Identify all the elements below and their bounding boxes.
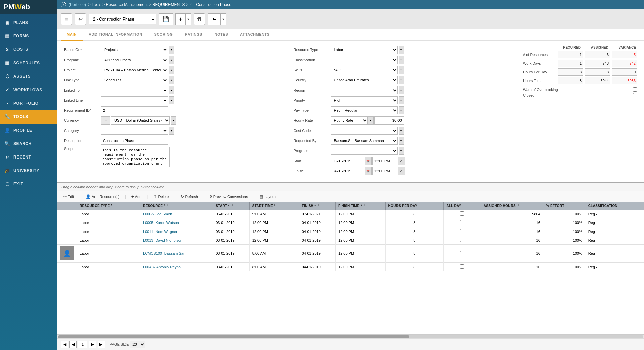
- sidebar-item-profile[interactable]: 👤 Profile: [0, 124, 57, 137]
- currency-dots-button[interactable]: ···: [101, 116, 110, 125]
- start-time-input[interactable]: [372, 157, 397, 165]
- all-day-checkbox[interactable]: [460, 220, 464, 224]
- sidebar-item-plans[interactable]: ◉ Plans: [0, 16, 57, 29]
- phase-select[interactable]: 2 - Construction Phase: [89, 14, 156, 24]
- stats-resources-assigned[interactable]: [585, 51, 610, 58]
- stats-ht-assigned[interactable]: [585, 77, 610, 84]
- pay-type-select[interactable]: Reg – Regular: [331, 106, 398, 114]
- based-on-arrow[interactable]: ▾: [169, 46, 174, 54]
- layouts-button[interactable]: ▦ Layouts: [257, 193, 280, 200]
- link-type-select[interactable]: Schedules: [101, 76, 168, 84]
- stats-hpd-required[interactable]: [558, 68, 583, 76]
- cost-code-arrow[interactable]: ▾: [399, 127, 404, 135]
- based-on-select[interactable]: Projects: [101, 46, 168, 54]
- sidebar-item-portfolio[interactable]: ▪ Portfolio: [0, 97, 57, 110]
- save-button[interactable]: 💾: [159, 13, 173, 25]
- all-day-checkbox[interactable]: [460, 251, 464, 255]
- currency-arrow[interactable]: ▾: [171, 116, 176, 125]
- country-arrow[interactable]: ▾: [399, 76, 404, 84]
- program-select[interactable]: APP and Others: [101, 56, 168, 64]
- col-start-time[interactable]: START TIME * ⋮: [249, 202, 299, 210]
- description-input[interactable]: [101, 137, 168, 145]
- finish-time-input[interactable]: [372, 167, 397, 175]
- sidebar-item-exit[interactable]: ⬡ Exit: [0, 177, 57, 191]
- sidebar-item-costs[interactable]: $ Costs: [0, 43, 57, 56]
- start-clock-icon[interactable]: ⏱: [398, 157, 405, 165]
- tab-ratings[interactable]: Ratings: [179, 29, 208, 41]
- col-classification[interactable]: CLASSIFICATION ⋮: [585, 202, 644, 210]
- all-day-checkbox[interactable]: [460, 211, 464, 216]
- edit-button[interactable]: ✏ Edit: [61, 193, 77, 200]
- currency-select[interactable]: USD – Dollar (United States of Ameri: [111, 116, 170, 125]
- scope-textarea[interactable]: This is the resource requirement for the…: [101, 147, 170, 167]
- page-first-button[interactable]: |◀: [61, 341, 68, 348]
- resource-link[interactable]: L0005- Karen Watson: [143, 221, 179, 225]
- col-resource-type[interactable]: RESOURCE TYPE * ⋮: [77, 202, 140, 210]
- all-day-checkbox[interactable]: [460, 229, 464, 233]
- refresh-button[interactable]: ↻ Refresh: [178, 193, 201, 200]
- stats-workdays-assigned[interactable]: [585, 60, 610, 67]
- col-all-day[interactable]: ALL DAY ⋮: [444, 202, 481, 210]
- requested-by-arrow[interactable]: ▾: [399, 137, 404, 145]
- stats-workdays-variance[interactable]: [612, 60, 637, 67]
- link-type-arrow[interactable]: ▾: [169, 76, 174, 84]
- linked-line-select[interactable]: [101, 96, 168, 104]
- stats-hpd-variance[interactable]: [612, 68, 637, 76]
- classification-arrow[interactable]: ▾: [399, 56, 404, 64]
- tab-scoring[interactable]: Scoring: [148, 29, 179, 41]
- resource-type-select[interactable]: Labor: [331, 46, 398, 54]
- sidebar-item-recent[interactable]: ↩ Recent: [0, 150, 57, 164]
- skills-select[interactable]: *All*: [331, 66, 398, 74]
- sidebar-item-workflows[interactable]: ✓ Workflows: [0, 83, 57, 97]
- stats-ht-required[interactable]: [558, 77, 583, 84]
- hourly-rate-input[interactable]: [374, 116, 404, 125]
- col-resource[interactable]: RESOURCE * ⋮: [140, 202, 213, 210]
- info-icon[interactable]: i: [61, 2, 66, 7]
- preview-button[interactable]: $ Preview Conversions: [207, 193, 251, 200]
- page-current-input[interactable]: [78, 341, 87, 348]
- start-date-input[interactable]: [331, 157, 364, 165]
- start-calendar-icon[interactable]: 📅: [365, 157, 372, 165]
- menu-button[interactable]: ≡: [61, 13, 72, 25]
- tab-attachments[interactable]: Attachments: [234, 29, 276, 41]
- resource-link[interactable]: L0003- Joe Smith: [143, 212, 172, 216]
- resource-link[interactable]: L0013- David Nicholson: [143, 238, 182, 242]
- region-arrow[interactable]: ▾: [399, 86, 404, 94]
- region-select[interactable]: [331, 86, 398, 94]
- sidebar-item-university[interactable]: 🎓 University: [0, 164, 57, 177]
- priority-arrow[interactable]: ▾: [399, 96, 404, 104]
- sidebar-item-assets[interactable]: ⬡ Assets: [0, 70, 57, 83]
- sidebar-item-tools[interactable]: 🔧 Tools: [0, 110, 57, 124]
- hourly-rate-type-select[interactable]: Hourly Rate: [331, 116, 368, 125]
- add-dropdown[interactable]: ▾: [185, 13, 191, 25]
- linked-to-select[interactable]: [101, 86, 168, 94]
- grid-add-button[interactable]: + Add: [129, 193, 144, 200]
- col-start[interactable]: START * ⋮: [213, 202, 249, 210]
- category-arrow[interactable]: ▾: [169, 127, 174, 135]
- finish-clock-icon[interactable]: ⏱: [398, 167, 405, 175]
- pay-type-arrow[interactable]: ▾: [399, 106, 404, 114]
- linked-line-arrow[interactable]: ▾: [169, 96, 174, 104]
- finish-calendar-icon[interactable]: 📅: [365, 167, 372, 175]
- col-finish-time[interactable]: FINISH TIME * ⋮: [336, 202, 386, 210]
- req-id-input[interactable]: [101, 106, 168, 114]
- all-day-checkbox[interactable]: [460, 238, 464, 242]
- grid-table-wrap[interactable]: RESOURCE TYPE * ⋮ RESOURCE * ⋮ START * ⋮…: [57, 202, 644, 334]
- resource-link[interactable]: LCMCS100- Bassam Sam: [143, 251, 186, 255]
- page-prev-button[interactable]: ◀: [69, 341, 77, 348]
- page-next-button[interactable]: ▶: [89, 341, 96, 348]
- horizontal-scrollbar[interactable]: [57, 334, 644, 338]
- print-button[interactable]: 🖨: [208, 13, 220, 25]
- priority-select[interactable]: High: [331, 96, 398, 104]
- col-assigned-hours[interactable]: ASSIGNED HOURS ⋮: [481, 202, 543, 210]
- resource-type-arrow[interactable]: ▾: [399, 46, 404, 54]
- progress-select[interactable]: [331, 147, 398, 155]
- undo-button[interactable]: ↩: [75, 13, 86, 25]
- tab-main[interactable]: Main: [61, 29, 83, 41]
- stats-hpd-assigned[interactable]: [585, 68, 610, 76]
- category-select[interactable]: [101, 127, 168, 135]
- sidebar-item-search[interactable]: 🔍 Search: [0, 137, 57, 150]
- print-dropdown[interactable]: ▾: [220, 13, 226, 25]
- page-last-button[interactable]: ▶|: [98, 341, 105, 348]
- stats-resources-variance[interactable]: [612, 51, 637, 58]
